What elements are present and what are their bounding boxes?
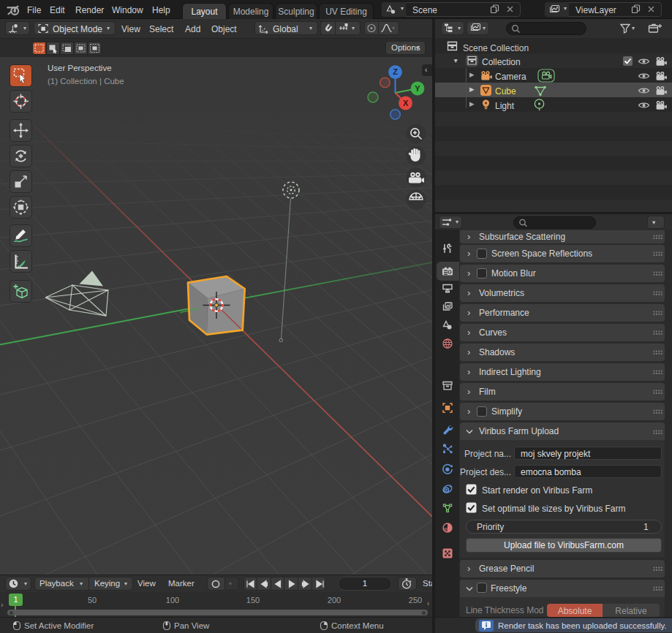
svg-text:Y: Y (415, 84, 420, 93)
svg-text:Z: Z (393, 67, 398, 76)
svg-text:X: X (403, 99, 409, 107)
